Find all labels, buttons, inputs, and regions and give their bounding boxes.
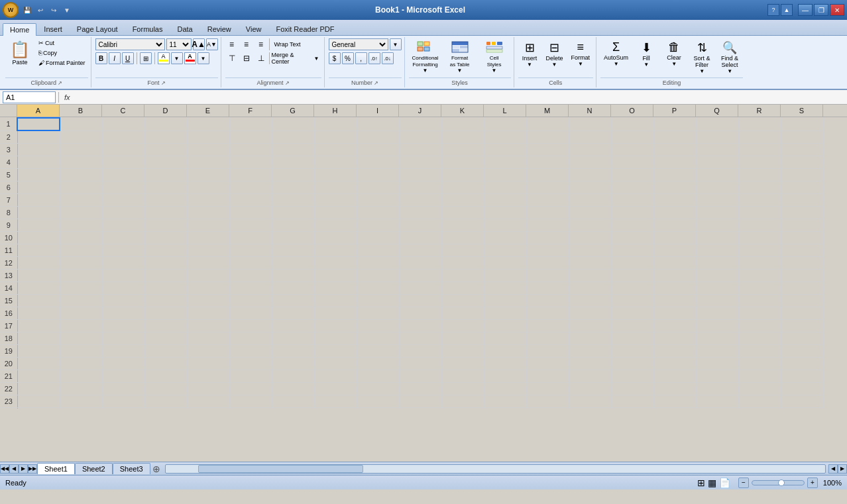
cut-button[interactable]: ✂ Cut — [36, 38, 88, 48]
font-color-dropdown[interactable]: ▼ — [198, 52, 209, 64]
cell-E11[interactable] — [187, 244, 229, 256]
cell-L18[interactable] — [484, 332, 526, 344]
cell-B17[interactable] — [60, 319, 102, 332]
cell-F22[interactable] — [229, 382, 272, 395]
cell-C23[interactable] — [102, 395, 144, 407]
cell-A13[interactable] — [17, 269, 60, 281]
cell-R10[interactable] — [738, 231, 781, 244]
cell-S2[interactable] — [781, 130, 823, 143]
cell-L17[interactable] — [484, 319, 526, 332]
cell-F21[interactable] — [229, 370, 272, 382]
col-header-C[interactable]: C — [102, 105, 144, 117]
cell-O24[interactable] — [611, 407, 653, 409]
cell-S21[interactable] — [781, 370, 823, 382]
cell-K24[interactable] — [441, 407, 484, 409]
cell-H23[interactable] — [314, 395, 357, 407]
cell-F5[interactable] — [229, 168, 272, 181]
tab-view[interactable]: View — [239, 23, 269, 35]
cell-P8[interactable] — [653, 206, 696, 219]
comma-btn[interactable]: , — [355, 52, 367, 64]
row-number-4[interactable]: 4 — [0, 156, 17, 168]
cell-S15[interactable] — [781, 294, 823, 307]
cell-A16[interactable] — [17, 307, 60, 319]
cell-H15[interactable] — [314, 294, 357, 307]
cell-C14[interactable] — [102, 281, 144, 294]
cell-G24[interactable] — [272, 407, 314, 409]
cell-R2[interactable] — [738, 130, 781, 143]
format-painter-button[interactable]: 🖌 Format Painter — [36, 58, 88, 68]
col-header-I[interactable]: I — [357, 105, 399, 117]
cell-A15[interactable] — [17, 294, 60, 307]
cell-I17[interactable] — [357, 319, 399, 332]
sheet-tab-1[interactable]: Sheet1 — [37, 463, 75, 474]
col-header-P[interactable]: P — [653, 105, 696, 117]
cell-G12[interactable] — [272, 256, 314, 269]
sheet-scroll-next[interactable]: ▶ — [19, 464, 28, 474]
number-format-dropdown[interactable]: ▼ — [390, 38, 402, 50]
cell-S12[interactable] — [781, 256, 823, 269]
cell-C19[interactable] — [102, 344, 144, 357]
cell-D10[interactable] — [144, 231, 187, 244]
cell-A12[interactable] — [17, 256, 60, 269]
cell-L11[interactable] — [484, 244, 526, 256]
cell-G5[interactable] — [272, 168, 314, 181]
cell-P6[interactable] — [653, 181, 696, 193]
close-btn[interactable]: ✕ — [830, 4, 844, 16]
cell-O6[interactable] — [611, 181, 653, 193]
cell-C16[interactable] — [102, 307, 144, 319]
cell-C2[interactable] — [102, 130, 144, 143]
col-header-K[interactable]: K — [441, 105, 484, 117]
cell-B5[interactable] — [60, 168, 102, 181]
row-number-19[interactable]: 19 — [0, 344, 17, 357]
cell-M23[interactable] — [526, 395, 569, 407]
cell-E3[interactable] — [187, 143, 229, 156]
col-header-N[interactable]: N — [569, 105, 611, 117]
horizontal-scrollbar[interactable] — [165, 464, 826, 474]
cell-E22[interactable] — [187, 382, 229, 395]
cell-J7[interactable] — [399, 193, 441, 206]
cell-R23[interactable] — [738, 395, 781, 407]
cell-I3[interactable] — [357, 143, 399, 156]
cell-S4[interactable] — [781, 156, 823, 168]
cell-O12[interactable] — [611, 256, 653, 269]
cell-I16[interactable] — [357, 307, 399, 319]
cell-F8[interactable] — [229, 206, 272, 219]
cell-B23[interactable] — [60, 395, 102, 407]
cell-H19[interactable] — [314, 344, 357, 357]
cell-R16[interactable] — [738, 307, 781, 319]
redo-btn[interactable]: ↪ — [48, 4, 60, 16]
cell-G11[interactable] — [272, 244, 314, 256]
number-expand-icon[interactable]: ↗ — [374, 80, 378, 86]
autosum-dropdown[interactable]: ▼ — [614, 61, 619, 67]
cell-F17[interactable] — [229, 319, 272, 332]
row-number-1[interactable]: 1 — [0, 118, 17, 130]
insert-dropdown[interactable]: ▼ — [527, 62, 532, 68]
cell-K2[interactable] — [441, 130, 484, 143]
cell-P2[interactable] — [653, 130, 696, 143]
fill-color-dropdown[interactable]: ▼ — [171, 52, 183, 64]
cell-C9[interactable] — [102, 219, 144, 231]
cell-F16[interactable] — [229, 307, 272, 319]
cell-R22[interactable] — [738, 382, 781, 395]
cell-I4[interactable] — [357, 156, 399, 168]
col-header-D[interactable]: D — [144, 105, 187, 117]
cell-I23[interactable] — [357, 395, 399, 407]
font-size-select[interactable]: 11 — [166, 38, 192, 50]
cell-F13[interactable] — [229, 269, 272, 281]
row-number-12[interactable]: 12 — [0, 256, 17, 269]
cell-H2[interactable] — [314, 130, 357, 143]
cell-A9[interactable] — [17, 219, 60, 231]
format-as-table-btn[interactable]: Formatas Table ▼ — [443, 38, 477, 76]
cell-M2[interactable] — [526, 130, 569, 143]
h-scroll-thumb[interactable] — [198, 465, 363, 473]
cell-O1[interactable] — [611, 118, 653, 130]
cell-D21[interactable] — [144, 370, 187, 382]
currency-btn[interactable]: $ — [329, 52, 341, 64]
cell-A11[interactable] — [17, 244, 60, 256]
grid-container[interactable]: 1234567891011121314151617181920212223242… — [0, 117, 847, 409]
cell-M10[interactable] — [526, 231, 569, 244]
cell-N20[interactable] — [569, 357, 611, 370]
zoom-in-btn[interactable]: + — [807, 478, 818, 488]
cell-H6[interactable] — [314, 181, 357, 193]
cell-G20[interactable] — [272, 357, 314, 370]
